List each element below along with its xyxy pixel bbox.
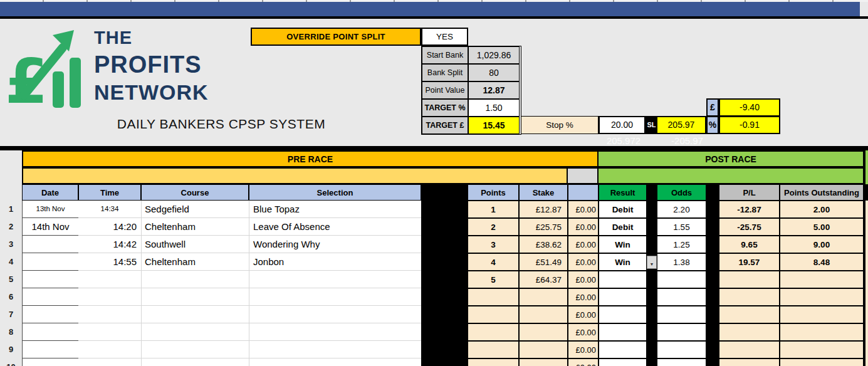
time-cell[interactable]: [78, 306, 141, 323]
pl-cell[interactable]: 9.65: [719, 236, 780, 253]
zero-stake-cell[interactable]: £0.00: [568, 201, 599, 218]
result-cell[interactable]: Debit: [599, 218, 647, 236]
pl-cell[interactable]: [719, 341, 780, 358]
odds-cell[interactable]: 1.38: [657, 253, 706, 271]
zero-stake-cell[interactable]: £0.00: [568, 236, 599, 253]
result-cell[interactable]: [599, 358, 647, 366]
course-cell[interactable]: [141, 271, 249, 288]
pl-cell[interactable]: -25.75: [719, 218, 780, 236]
points-cell[interactable]: 5: [468, 271, 519, 288]
result-dropdown-button[interactable]: ▼: [647, 256, 657, 269]
course-cell[interactable]: Southwell: [141, 236, 249, 253]
course-cell[interactable]: Sedgefield: [141, 201, 249, 218]
selection-cell[interactable]: Wondering Why: [249, 236, 421, 253]
stake-cell[interactable]: [519, 358, 568, 366]
bank-split-value[interactable]: 80: [468, 64, 520, 81]
selection-cell[interactable]: Leave Of Absence: [249, 218, 421, 236]
result-cell[interactable]: Win: [599, 236, 647, 253]
zero-stake-cell[interactable]: £0.00: [568, 288, 599, 306]
points-outstanding-cell[interactable]: 2.00: [780, 201, 864, 218]
odds-cell[interactable]: 2.20: [657, 201, 706, 218]
stake-cell[interactable]: [519, 288, 568, 306]
sl-value[interactable]: 205.97: [657, 116, 706, 134]
zero-stake-cell[interactable]: £0.00: [568, 323, 599, 341]
time-cell[interactable]: 14:55: [78, 253, 141, 271]
selection-cell[interactable]: [249, 271, 421, 288]
date-cell[interactable]: [22, 271, 78, 288]
result-cell[interactable]: [599, 271, 647, 288]
odds-cell[interactable]: [657, 341, 706, 358]
points-cell[interactable]: [468, 288, 519, 306]
date-cell[interactable]: 14th Nov: [22, 218, 78, 236]
pl-cell[interactable]: [719, 306, 780, 323]
pl-cell[interactable]: [719, 288, 780, 306]
selection-cell[interactable]: [249, 341, 421, 358]
date-cell[interactable]: [22, 306, 78, 323]
date-cell[interactable]: [22, 341, 78, 358]
date-cell[interactable]: [22, 236, 78, 253]
pl-pct-value[interactable]: -0.91: [719, 116, 780, 134]
time-cell[interactable]: 14:34: [78, 201, 141, 218]
odds-cell[interactable]: [657, 306, 706, 323]
zero-stake-cell[interactable]: £0.00: [568, 218, 599, 236]
points-cell[interactable]: [468, 341, 519, 358]
time-cell[interactable]: 14:42: [78, 236, 141, 253]
stake-cell[interactable]: [519, 341, 568, 358]
target-pct-value[interactable]: 1.50: [468, 99, 520, 117]
zero-stake-cell[interactable]: £0.00: [568, 271, 599, 288]
result-cell[interactable]: [599, 323, 647, 341]
stake-cell[interactable]: [519, 306, 568, 323]
date-cell[interactable]: 13th Nov: [22, 201, 78, 218]
points-cell[interactable]: 4: [468, 253, 519, 271]
pl-gbp-value[interactable]: -9.40: [719, 98, 780, 117]
zero-stake-cell[interactable]: £0.00: [568, 253, 599, 271]
result-cell[interactable]: [599, 306, 647, 323]
odds-cell[interactable]: [657, 358, 706, 366]
pl-cell[interactable]: [719, 271, 780, 288]
result-cell[interactable]: Win: [599, 253, 647, 271]
points-cell[interactable]: [468, 306, 519, 323]
pl-cell[interactable]: 19.57: [719, 253, 780, 271]
time-cell[interactable]: [78, 288, 141, 306]
points-outstanding-cell[interactable]: [780, 358, 864, 366]
points-outstanding-cell[interactable]: [780, 288, 864, 306]
selection-cell[interactable]: [249, 358, 421, 366]
start-bank-value[interactable]: 1,029.86: [468, 46, 520, 64]
points-outstanding-cell[interactable]: 8.48: [780, 253, 864, 271]
time-cell[interactable]: [78, 358, 141, 366]
stake-cell[interactable]: £25.75: [519, 218, 568, 236]
course-cell[interactable]: [141, 288, 249, 306]
date-cell[interactable]: [22, 288, 78, 306]
course-cell[interactable]: [141, 341, 249, 358]
result-cell[interactable]: Debit: [599, 201, 647, 218]
time-cell[interactable]: [78, 341, 141, 358]
stake-cell[interactable]: £38.62: [519, 236, 568, 253]
selection-cell[interactable]: [249, 306, 421, 323]
result-cell[interactable]: [599, 341, 647, 358]
stake-cell[interactable]: £51.49: [519, 253, 568, 271]
stop-pct-value[interactable]: 20.00: [599, 116, 646, 134]
odds-cell[interactable]: [657, 288, 706, 306]
selection-cell[interactable]: Jonbon: [249, 253, 421, 271]
time-cell[interactable]: 14:20: [78, 218, 141, 236]
course-cell[interactable]: Cheltenham: [141, 253, 249, 271]
points-outstanding-cell[interactable]: [780, 306, 864, 323]
stake-cell[interactable]: [519, 323, 568, 341]
course-cell[interactable]: [141, 306, 249, 323]
odds-cell[interactable]: [657, 271, 706, 288]
points-outstanding-cell[interactable]: [780, 341, 864, 358]
pl-cell[interactable]: -12.87: [719, 201, 780, 218]
points-outstanding-cell[interactable]: [780, 323, 864, 341]
result-cell[interactable]: [599, 288, 647, 306]
zero-stake-cell[interactable]: £0.00: [568, 306, 599, 323]
odds-cell[interactable]: 1.25: [657, 236, 706, 253]
stake-cell[interactable]: £12.87: [519, 201, 568, 218]
date-cell[interactable]: [22, 358, 78, 366]
points-cell[interactable]: 3: [468, 236, 519, 253]
points-outstanding-cell[interactable]: [780, 271, 864, 288]
points-outstanding-cell[interactable]: 9.00: [780, 236, 864, 253]
date-cell[interactable]: [22, 323, 78, 341]
odds-cell[interactable]: [657, 323, 706, 341]
point-value-value[interactable]: 12.87: [468, 81, 520, 99]
selection-cell[interactable]: [249, 323, 421, 341]
